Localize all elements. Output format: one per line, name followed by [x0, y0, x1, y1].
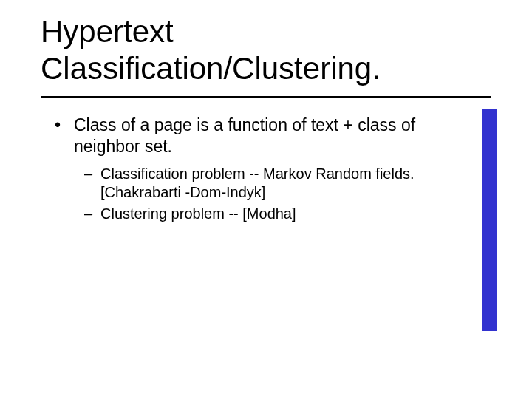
title-area: Hypertext Classification/Clustering. — [41, 13, 491, 86]
list-item: – Classification problem -- Markov Rando… — [84, 165, 466, 202]
bullet-dash: – — [84, 205, 100, 223]
list-item-text: Classification problem -- Markov Random … — [100, 165, 466, 202]
body-area: • Class of a page is a function of text … — [52, 115, 466, 226]
list-item-text: Class of a page is a function of text + … — [74, 115, 466, 157]
accent-bar — [482, 109, 497, 331]
list-item: • Class of a page is a function of text … — [52, 115, 466, 157]
list-item: – Clustering problem -- [Modha] — [84, 205, 466, 223]
title-underline — [41, 96, 491, 98]
slide: Hypertext Classification/Clustering. • C… — [0, 0, 532, 399]
slide-title: Hypertext Classification/Clustering. — [41, 13, 491, 86]
sub-list: – Classification problem -- Markov Rando… — [84, 165, 466, 223]
bullet-dash: – — [84, 165, 100, 202]
list-item-text: Clustering problem -- [Modha] — [100, 205, 466, 223]
bullet-dot: • — [52, 115, 74, 157]
